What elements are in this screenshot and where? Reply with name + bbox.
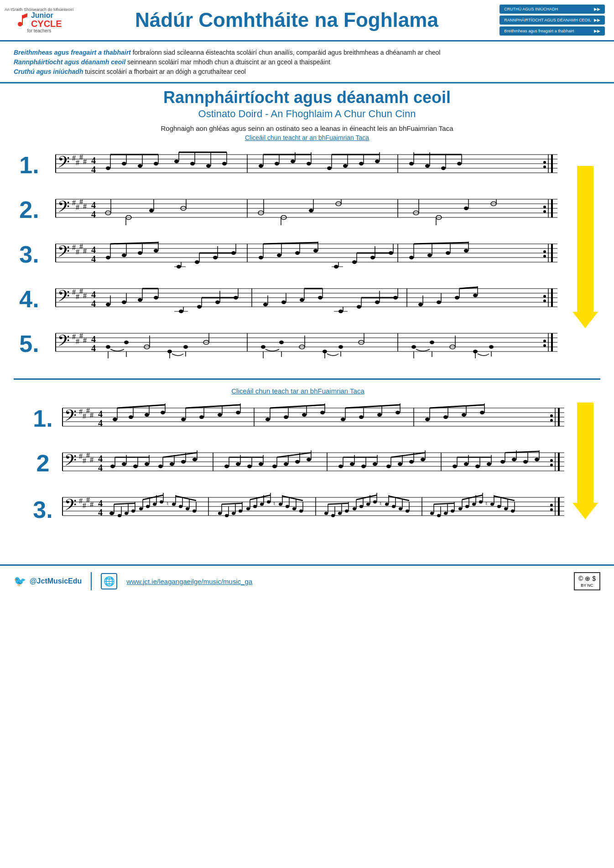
logo-brand: Junior CYCLE (31, 12, 62, 28)
svg-text:4: 4 (91, 254, 96, 264)
intro-line-1: Breithmheas agus freagairt a thabhairt f… (14, 49, 600, 56)
svg-point-124 (122, 253, 126, 257)
svg-point-478 (160, 501, 163, 504)
cc-by-icon: ⊕ (585, 575, 590, 582)
svg-point-136 (213, 256, 218, 259)
svg-point-282 (430, 341, 434, 344)
svg-line-324 (186, 405, 240, 408)
section-link-1[interactable]: Cliceáil chun teacht ar an bhFuaimrian T… (14, 134, 600, 141)
svg-text:#: # (72, 288, 76, 296)
svg-text:4: 4 (91, 245, 96, 255)
arrow-tip-top (572, 312, 598, 328)
svg-point-517 (299, 510, 303, 513)
lower-score-number-3: 3. (27, 498, 58, 522)
page-title: Nádúr Comhtháite na Foghlama (74, 9, 500, 31)
svg-point-26 (190, 162, 195, 165)
intro-section: Breithmheas agus freagairt a thabhairt f… (0, 41, 614, 83)
svg-point-392 (236, 462, 240, 466)
score-3-svg: 𝄢 # # # # 4 4 (45, 237, 568, 270)
svg-text:#: # (83, 158, 87, 165)
svg-point-415 (373, 462, 377, 466)
svg-point-288 (489, 345, 494, 349)
svg-point-498 (239, 510, 242, 513)
svg-text:#: # (79, 153, 83, 161)
footer-website[interactable]: www.jct.ie/leagangaeilge/music/music_ga (126, 578, 252, 585)
twitter-icon: 🐦 (14, 575, 26, 587)
svg-text:𝄢: 𝄢 (57, 198, 70, 219)
music-logo-icon (16, 12, 29, 28)
creative-commons: © ⊕ $ BY NC (574, 572, 600, 590)
lower-link[interactable]: Cliceáil chun teach tar an bhFuaimrian T… (27, 387, 568, 395)
svg-point-430 (464, 462, 468, 466)
svg-text:#: # (86, 407, 90, 414)
svg-point-377 (145, 462, 149, 466)
section-subtitle: Ostinato Doird - An Fhoghlaim A Chur Chu… (14, 108, 600, 120)
svg-point-575 (511, 510, 515, 513)
logo-main: Junior CYCLE (16, 12, 62, 28)
globe-icon: 🌐 (101, 573, 117, 589)
lower-score-row-3: 3. 𝄢 # # # # 4 4 (27, 491, 568, 529)
svg-point-532 (359, 505, 363, 508)
score-row-5: 5. 𝄢 # # # # 4 4 (14, 326, 568, 361)
svg-point-108 (543, 210, 546, 213)
svg-point-527 (345, 510, 349, 513)
svg-point-472 (139, 507, 143, 511)
svg-point-17 (122, 162, 126, 165)
svg-point-107 (543, 206, 546, 208)
svg-text:4: 4 (91, 299, 96, 309)
svg-point-144 (277, 253, 281, 257)
svg-point-463 (109, 512, 114, 515)
intro-rest-2: seinneann scoláirí mar mhodh chun a dtui… (127, 58, 330, 66)
svg-point-188 (106, 303, 110, 306)
svg-text:4: 4 (91, 343, 96, 353)
logo-top-text: An tSraith Shóisearach do Mhúinteoirí (5, 7, 74, 12)
lower-score-number-1: 1. (27, 407, 58, 430)
svg-point-275 (338, 345, 343, 349)
svg-line-548 (389, 496, 409, 501)
svg-point-280 (411, 345, 416, 349)
svg-point-326 (265, 418, 270, 421)
svg-text:#: # (90, 456, 94, 464)
svg-line-388 (163, 453, 197, 457)
svg-text:4: 4 (91, 334, 96, 344)
score-5-svg: 𝄢 # # # # 4 4 (45, 326, 568, 359)
svg-point-55 (425, 164, 430, 168)
svg-point-465 (118, 514, 121, 517)
svg-point-525 (338, 512, 342, 515)
svg-text:#: # (72, 199, 76, 207)
svg-point-469 (131, 510, 135, 513)
svg-text:#: # (76, 159, 79, 166)
svg-point-546 (406, 510, 409, 513)
header: An tSraith Shóisearach do Mhúinteoirí Ju… (0, 0, 614, 41)
svg-text:4: 4 (98, 498, 103, 508)
intro-rest-3: tuiscint scoláirí a fhorbairt ar an dóig… (85, 68, 246, 75)
svg-point-92 (309, 209, 313, 212)
lower-score-2-svg: 𝄢 # # # # 4 4 (58, 446, 568, 479)
svg-point-523 (331, 514, 335, 517)
nav-arrow-1: ▶▶ (594, 7, 600, 11)
nav-btn-1[interactable]: CRUTHÚ AGUS INIÚCHADH ▶▶ (500, 5, 605, 14)
svg-point-156 (370, 256, 375, 259)
lower-score-row-1: 1. 𝄢 # # # # 4 4 (27, 401, 568, 436)
svg-point-320 (218, 413, 222, 417)
twitter-handle: @JctMusicEdu (30, 577, 82, 585)
svg-point-49 (375, 160, 380, 163)
svg-point-424 (421, 458, 425, 461)
svg-text:#: # (79, 408, 83, 415)
svg-text:4: 4 (98, 507, 103, 517)
svg-point-563 (472, 503, 476, 506)
svg-point-230 (437, 300, 441, 304)
svg-point-418 (386, 465, 391, 468)
svg-line-558 (434, 503, 454, 504)
svg-point-162 (409, 256, 414, 259)
svg-line-426 (391, 453, 425, 457)
svg-point-154 (352, 260, 357, 264)
svg-point-439 (512, 458, 516, 461)
svg-text:4: 4 (98, 409, 103, 419)
svg-point-267 (261, 345, 265, 349)
nav-btn-3[interactable]: Breithmheas agus freagairt a thabhairt ▶… (500, 26, 605, 36)
svg-text:𝄢: 𝄢 (57, 243, 70, 264)
svg-point-166 (446, 251, 450, 255)
svg-text:#: # (76, 293, 79, 300)
nav-btn-2[interactable]: RANNPHÁIRTÍOCHT AGUS DÉANAMH CEOIL ▶▶ (500, 16, 605, 25)
